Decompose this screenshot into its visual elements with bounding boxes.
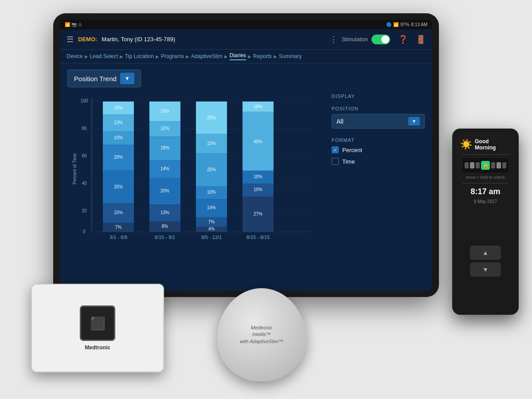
position-select-arrow[interactable]: ▼ bbox=[408, 117, 420, 125]
svg-text:20%: 20% bbox=[114, 155, 123, 160]
exit-icon[interactable]: 🚪 bbox=[416, 35, 426, 44]
stimulation-control: Stimulation bbox=[342, 35, 390, 44]
svg-text:4%: 4% bbox=[208, 227, 215, 231]
dots-menu-icon[interactable]: ⋮ bbox=[329, 35, 337, 44]
battery-pct: 97% bbox=[400, 22, 409, 27]
good-morning-text: Good Morning bbox=[475, 138, 511, 151]
bar-seg-1 bbox=[465, 162, 469, 168]
ipg-text-line3: with AdaptiveStim™ bbox=[240, 339, 283, 344]
svg-text:6/15 - 9/1: 6/15 - 9/1 bbox=[155, 235, 175, 240]
svg-text:15%: 15% bbox=[160, 109, 169, 113]
programmer-screen: ⬛ bbox=[80, 305, 115, 341]
status-time: 8:13 AM bbox=[411, 22, 427, 27]
svg-text:13%: 13% bbox=[160, 210, 169, 215]
bc-arrow-7: ▶ bbox=[274, 54, 277, 59]
ipg-text-line1: Medtronic bbox=[251, 325, 272, 330]
svg-text:20: 20 bbox=[82, 208, 87, 213]
breadcrumb-device[interactable]: Device bbox=[66, 53, 83, 59]
position-trend-label: Position Trend bbox=[74, 75, 117, 82]
status-bar: 📶 📷 ⚠ 🔵 📶 97% 8:13 AM bbox=[60, 20, 432, 29]
svg-text:40: 40 bbox=[82, 181, 87, 186]
chart-area: 100 80 60 40 20 0 bbox=[67, 94, 425, 285]
svg-text:9/5 - 12/1: 9/5 - 12/1 bbox=[201, 235, 222, 240]
bluetooth-icon: 🔵 bbox=[386, 22, 391, 27]
svg-text:60: 60 bbox=[82, 153, 87, 158]
format-percent-option[interactable]: ✓ Percent bbox=[332, 146, 425, 153]
patient-id: Martin, Tony (ID 123-45-789) bbox=[102, 36, 175, 43]
time-checkbox[interactable] bbox=[332, 158, 339, 165]
hamburger-icon[interactable]: ☰ bbox=[66, 35, 74, 44]
handheld-device: ☀️ Good Morning 🔒 press + hold to unlock… bbox=[452, 129, 519, 315]
handheld-date: 8 May 2017 bbox=[474, 199, 497, 204]
medtronic-logo: Medtronic bbox=[85, 344, 110, 351]
svg-text:18%: 18% bbox=[160, 145, 169, 150]
bar-seg-5 bbox=[497, 162, 501, 168]
svg-text:20%: 20% bbox=[160, 188, 169, 193]
svg-text:10%: 10% bbox=[114, 106, 123, 110]
svg-text:7%: 7% bbox=[115, 225, 122, 230]
tablet: 📶 📷 ⚠ 🔵 📶 97% 8:13 AM ☰ DEMO: Martin, To… bbox=[53, 13, 439, 297]
position-trend-dropdown[interactable]: Position Trend ▼ bbox=[67, 70, 141, 87]
breadcrumb-adaptive-stim[interactable]: AdaptiveStim bbox=[191, 53, 223, 59]
time-label: Time bbox=[342, 158, 355, 165]
ipg-text-line2: Intellis™ bbox=[252, 332, 271, 337]
display-label: DISPLAY bbox=[332, 94, 425, 99]
percent-label: Percent bbox=[342, 147, 362, 153]
up-button[interactable]: ▲ bbox=[470, 246, 501, 260]
dropdown-arrow[interactable]: ▼ bbox=[120, 73, 134, 84]
bc-arrow-4: ▶ bbox=[186, 54, 189, 59]
svg-text:12%: 12% bbox=[160, 126, 169, 131]
breadcrumb-programs[interactable]: Programs bbox=[161, 53, 184, 59]
format-label: FORMAT bbox=[332, 137, 425, 143]
breadcrumb-diaries[interactable]: Diaries bbox=[230, 52, 246, 60]
lock-icon[interactable]: 🔒 bbox=[481, 161, 489, 170]
svg-text:15%: 15% bbox=[207, 141, 216, 146]
dashed-divider-2 bbox=[463, 183, 509, 184]
svg-text:100: 100 bbox=[81, 98, 88, 103]
svg-text:18%: 18% bbox=[254, 104, 262, 109]
header-bar: ☰ DEMO: Martin, Tony (ID 123-45-789) ⋮ S… bbox=[60, 29, 432, 50]
handheld-screen: ☀️ Good Morning 🔒 press + hold to unlock… bbox=[457, 133, 514, 239]
breadcrumb-tip-location[interactable]: Tip Location bbox=[125, 53, 154, 59]
bc-arrow-1: ▶ bbox=[85, 54, 88, 59]
dropdown-row: Position Trend ▼ bbox=[67, 70, 425, 87]
svg-text:25%: 25% bbox=[207, 115, 216, 120]
svg-text:25%: 25% bbox=[207, 167, 216, 172]
position-trend-chart: 100 80 60 40 20 0 bbox=[67, 94, 325, 244]
status-left: 📶 📷 ⚠ bbox=[65, 22, 82, 27]
down-button[interactable]: ▼ bbox=[470, 262, 501, 277]
dashed-divider-1 bbox=[463, 154, 509, 155]
position-section: POSITION All ▼ bbox=[332, 106, 425, 129]
svg-text:45%: 45% bbox=[254, 139, 262, 144]
svg-text:25%: 25% bbox=[114, 184, 123, 189]
format-time-option[interactable]: Time bbox=[332, 158, 425, 165]
bc-arrow-2: ▶ bbox=[120, 54, 123, 59]
svg-text:14%: 14% bbox=[160, 166, 169, 171]
status-right: 🔵 📶 97% 8:13 AM bbox=[386, 22, 427, 27]
breadcrumb-summary[interactable]: Summary bbox=[279, 53, 301, 59]
breadcrumb-reports[interactable]: Reports bbox=[253, 53, 272, 59]
tablet-screen: 📶 📷 ⚠ 🔵 📶 97% 8:13 AM ☰ DEMO: Martin, To… bbox=[60, 20, 432, 291]
bar-seg-4 bbox=[491, 162, 496, 168]
handheld-time: 8:17 am bbox=[470, 187, 500, 196]
svg-text:14%: 14% bbox=[207, 205, 216, 210]
main-content: Position Trend ▼ 100 80 60 40 bbox=[60, 63, 432, 291]
svg-text:3/1 - 6/9: 3/1 - 6/9 bbox=[110, 235, 127, 240]
svg-text:13%: 13% bbox=[114, 120, 123, 125]
svg-text:10%: 10% bbox=[254, 187, 262, 192]
bc-arrow-6: ▶ bbox=[248, 54, 251, 59]
svg-text:0: 0 bbox=[83, 229, 86, 234]
sun-icon: ☀️ bbox=[460, 139, 472, 150]
ipg-device: Medtronic Intellis™ with AdaptiveStim™ bbox=[217, 288, 306, 381]
help-icon[interactable]: ❓ bbox=[398, 35, 408, 44]
breadcrumb: Device ▶ Lead Select ▶ Tip Location ▶ Pr… bbox=[60, 50, 432, 63]
stimulation-toggle[interactable] bbox=[372, 35, 390, 44]
bar-seg-2 bbox=[470, 162, 474, 168]
press-hold-text: press + hold to unlock bbox=[466, 175, 505, 180]
position-all-value: All bbox=[336, 118, 344, 125]
breadcrumb-lead-select[interactable]: Lead Select bbox=[90, 53, 118, 59]
percent-checkbox[interactable]: ✓ bbox=[332, 146, 339, 153]
stimulation-label: Stimulation bbox=[342, 36, 368, 43]
position-all-select[interactable]: All ▼ bbox=[332, 114, 425, 129]
svg-text:10%: 10% bbox=[207, 190, 216, 195]
